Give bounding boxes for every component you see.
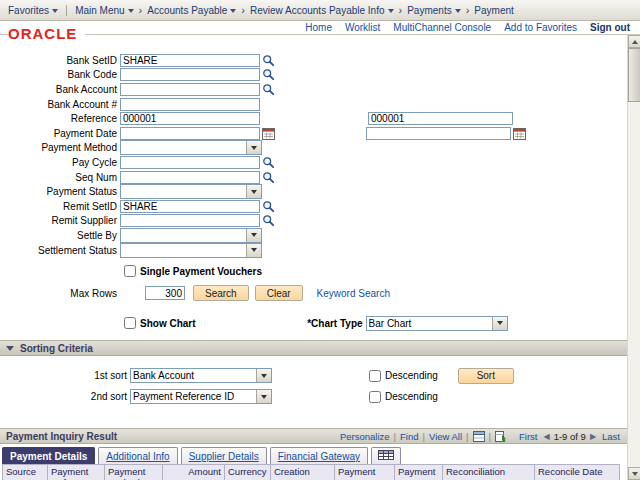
vertical-scrollbar[interactable] xyxy=(627,35,640,480)
favorites-menu[interactable]: Favorites xyxy=(8,5,58,16)
lookup-icon[interactable] xyxy=(262,171,275,184)
toolbar-divider xyxy=(390,431,400,442)
breadcrumb-divider xyxy=(66,5,67,16)
add-to-favorites-link[interactable]: Add to Favorites xyxy=(504,22,577,33)
breadcrumb: Favorites Main Menu Accounts Payable Rev… xyxy=(0,0,640,21)
keyword-search-link[interactable]: Keyword Search xyxy=(317,288,390,299)
column-header-payment-date: Payment Date xyxy=(335,464,395,480)
header-links: Home Worklist MultiChannel Console Add t… xyxy=(292,22,630,33)
column-header-source: Source xyxy=(2,464,48,480)
breadcrumb-review-ap-info[interactable]: Review Accounts Payable Info xyxy=(250,5,394,16)
bank-account-label: Bank Account xyxy=(0,84,120,95)
scrollbar-thumb[interactable] xyxy=(628,48,640,102)
column-header-amount: Amount xyxy=(163,464,225,480)
show-all-columns-tab[interactable] xyxy=(371,447,401,464)
main-content: Bank SetID Bank Code Bank Account Bank A… xyxy=(0,46,627,480)
second-sort-descending-checkbox[interactable] xyxy=(369,391,381,403)
second-sort-label: 2nd sort xyxy=(0,391,130,402)
breadcrumb-payments[interactable]: Payments xyxy=(407,5,460,16)
last-page-link[interactable]: Last xyxy=(602,431,620,442)
column-header-reconciliation-status: Reconciliation Status xyxy=(443,464,535,480)
result-title: Payment Inquiry Result xyxy=(6,431,117,442)
breadcrumb-current-payment: Payment xyxy=(474,5,513,16)
download-grid-icon[interactable] xyxy=(495,431,507,442)
tab-payment-details[interactable]: Payment Details xyxy=(2,447,95,464)
calendar-icon[interactable] xyxy=(513,127,526,140)
chart-type-select[interactable]: Bar Chart xyxy=(366,316,508,331)
lookup-icon[interactable] xyxy=(262,54,275,67)
multichannel-console-link[interactable]: MultiChannel Console xyxy=(393,22,491,33)
lookup-icon[interactable] xyxy=(262,68,275,81)
remit-supplier-input[interactable] xyxy=(120,214,260,227)
find-link[interactable]: Find xyxy=(400,431,418,442)
chart-type-label: *Chart Type xyxy=(196,318,366,329)
settlement-status-select[interactable] xyxy=(120,243,262,258)
descending-label: Descending xyxy=(385,391,438,402)
view-all-link[interactable]: View All xyxy=(429,431,462,442)
second-sort-select[interactable]: Payment Reference ID xyxy=(130,389,272,404)
breadcrumb-main-menu[interactable]: Main Menu xyxy=(75,5,133,16)
worklist-link[interactable]: Worklist xyxy=(345,22,380,33)
chevron-down-icon xyxy=(246,244,261,257)
next-page-icon[interactable]: ▶ xyxy=(590,432,596,441)
page-range-label: 1-9 of 9 xyxy=(554,431,586,442)
scroll-down-button[interactable] xyxy=(628,467,640,480)
tab-label: Supplier Details xyxy=(189,451,259,462)
payment-date-to-input[interactable] xyxy=(366,127,511,140)
lookup-icon[interactable] xyxy=(262,200,275,213)
toolbar-divider xyxy=(462,431,472,442)
single-payment-vouchers-checkbox[interactable] xyxy=(124,265,136,277)
tab-financial-gateway[interactable]: Financial Gateway xyxy=(270,447,368,464)
scroll-up-button[interactable] xyxy=(628,35,640,48)
personalize-link[interactable]: Personalize xyxy=(340,431,390,442)
payment-status-select[interactable] xyxy=(120,184,262,199)
calendar-icon[interactable] xyxy=(262,127,275,140)
show-chart-label: Show Chart xyxy=(140,318,196,329)
first-sort-value: Bank Account xyxy=(133,370,255,381)
breadcrumb-separator-icon xyxy=(394,4,408,16)
remit-setid-input[interactable] xyxy=(120,200,260,213)
lookup-icon[interactable] xyxy=(262,214,275,227)
breadcrumb-accounts-payable[interactable]: Accounts Payable xyxy=(147,5,236,16)
settlement-status-label: Settlement Status xyxy=(0,245,120,256)
bank-code-input[interactable] xyxy=(120,68,260,81)
payment-date-from-input[interactable] xyxy=(120,127,260,140)
settle-by-select[interactable] xyxy=(120,228,262,243)
lookup-icon[interactable] xyxy=(262,156,275,169)
bank-account-num-label: Bank Account # xyxy=(0,99,120,110)
page-header: ORACLE Home Worklist MultiChannel Consol… xyxy=(0,21,640,46)
chevron-down-icon xyxy=(256,390,271,403)
clear-button[interactable]: Clear xyxy=(255,285,303,301)
bank-account-num-input[interactable] xyxy=(120,98,260,111)
search-button[interactable]: Search xyxy=(193,285,249,301)
bank-setid-input[interactable] xyxy=(120,54,260,67)
pay-cycle-input[interactable] xyxy=(120,156,260,169)
show-chart-checkbox[interactable] xyxy=(124,317,136,329)
previous-page-icon[interactable]: ◀ xyxy=(544,432,550,441)
seq-num-input[interactable] xyxy=(120,171,260,184)
tab-label: Financial Gateway xyxy=(278,451,360,462)
bank-code-label: Bank Code xyxy=(0,69,120,80)
bank-account-input[interactable] xyxy=(120,83,260,96)
scroll-down-icon xyxy=(632,472,638,476)
tab-label: Payment Details xyxy=(10,451,87,462)
collapse-section-icon[interactable] xyxy=(6,346,14,351)
result-tabs: Payment Details Additional Info Supplier… xyxy=(2,446,627,464)
first-sort-label: 1st sort xyxy=(0,370,130,381)
column-header-payment-reference-id: Payment Reference ID xyxy=(48,464,105,480)
home-link[interactable]: Home xyxy=(305,22,332,33)
lookup-icon[interactable] xyxy=(262,83,275,96)
tab-additional-info[interactable]: Additional Info xyxy=(98,447,177,464)
first-page-link[interactable]: First xyxy=(519,431,537,442)
payment-method-select[interactable] xyxy=(120,140,262,155)
reference-to-input[interactable] xyxy=(368,112,513,125)
breadcrumb-separator-icon xyxy=(461,4,475,16)
sort-button[interactable]: Sort xyxy=(458,368,514,384)
first-sort-descending-checkbox[interactable] xyxy=(369,370,381,382)
reference-from-input[interactable] xyxy=(120,112,260,125)
max-rows-input[interactable] xyxy=(145,286,185,300)
sign-out-link[interactable]: Sign out xyxy=(590,22,630,33)
tab-supplier-details[interactable]: Supplier Details xyxy=(181,447,267,464)
zoom-grid-icon[interactable] xyxy=(473,431,485,442)
first-sort-select[interactable]: Bank Account xyxy=(130,368,272,383)
